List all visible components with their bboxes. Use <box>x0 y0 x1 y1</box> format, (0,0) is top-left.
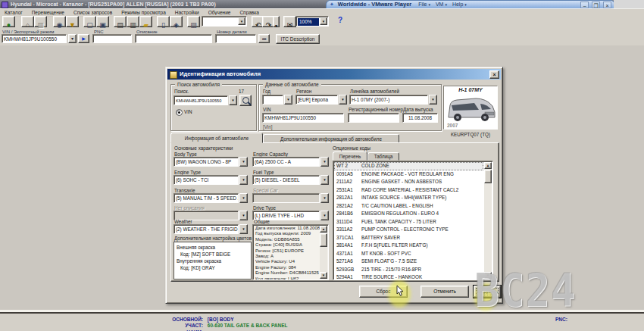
dialog-titlebar[interactable]: Идентификация автомобиля × <box>167 69 501 80</box>
magnifier-button[interactable]: ◉ <box>53 16 66 27</box>
engine-type-select[interactable]: (6) SOHC - TCI <box>174 175 239 185</box>
option-row[interactable]: 371CA1BATTERY SAVER <box>334 234 483 242</box>
home-button[interactable]: ⌂ <box>21 16 34 27</box>
general-info-box[interactable]: Дата изготовления: 11.08.2008Год выпуска… <box>252 224 329 280</box>
print-button[interactable]: ▤ <box>114 16 127 27</box>
region-input[interactable]: [EUR] Европа <box>295 95 338 105</box>
scroll-up-icon[interactable]: ▲ <box>484 162 492 169</box>
zoom-combo[interactable]: 100% ▼ <box>295 16 329 27</box>
option-code: 5271A6 <box>334 258 361 266</box>
redo-dropdown-button[interactable]: ▼ <box>273 16 280 27</box>
help-icon[interactable]: ? <box>338 16 342 24</box>
chevron-down-icon[interactable]: ▼ <box>238 17 245 25</box>
chevron-down-icon[interactable]: ▼ <box>239 193 248 203</box>
option-code: 5293GB <box>334 266 361 274</box>
vmware-menu[interactable]: File ▾ <box>418 2 430 7</box>
close-icon[interactable]: × <box>489 70 499 79</box>
vin-input[interactable]: KMHWH81JP9U100550 <box>2 34 67 43</box>
option-row[interactable]: 2812A1INTAKE SOURCE - MHI(WATER TYPE) <box>334 194 483 202</box>
option-row[interactable]: 3814A1F.F.H S(FUEL FILTER HEAT'G) <box>334 242 483 250</box>
part-number-input[interactable] <box>215 34 256 43</box>
option-row[interactable]: 3311A2PUMP CONTROL - ELECTRONIC TYPE <box>334 226 483 234</box>
vmware-menu[interactable]: Help ▾ <box>452 2 467 7</box>
option-row[interactable]: 5293GB215 TIRE - 215/70 R16-8PR <box>334 266 483 274</box>
option-row[interactable]: WT 2COLD ZONE <box>334 162 483 170</box>
go-icon[interactable]: ▶ <box>78 34 89 43</box>
special-car-select <box>252 193 320 203</box>
option-row[interactable]: 2821A2T/C CAUTION LABEL - ENGLISH <box>334 202 483 211</box>
chevron-down-icon: ▼ <box>239 211 248 220</box>
scroll-down-icon[interactable]: ▼ <box>320 272 327 279</box>
option-row[interactable]: 0091A5ENGINE PACKAGE - VGT REGULAR ENG <box>334 170 483 179</box>
option-code: 2841B6 <box>334 210 361 218</box>
chevron-down-icon[interactable]: ▼ <box>239 224 248 234</box>
option-codes-list[interactable]: WT 2COLD ZONE0091A5ENGINE PACKAGE - VGT … <box>333 161 493 280</box>
option-row[interactable]: 5271A6SEMI FLOAT'G - 7.5 SIZE <box>334 258 483 266</box>
chevron-down-icon[interactable]: ▼ <box>320 17 327 25</box>
general-info-line: Engine Number: D4CB8411525 <box>253 270 328 276</box>
chevron-down-icon[interactable]: ▼ <box>320 157 329 167</box>
document-button[interactable]: ▯ <box>157 16 170 27</box>
close-button[interactable]: × <box>603 2 611 8</box>
body-type-select[interactable]: (BW) WAGON LONG - 8P <box>174 157 239 167</box>
chevron-down-icon[interactable]: ▼ <box>429 95 437 105</box>
comment-button[interactable]: ✉ <box>283 16 296 27</box>
option-row[interactable]: 2531A1RAD CORE MATERIAL - RESISTANT CACL… <box>334 186 483 195</box>
transaxle-select[interactable]: (5) MANUAL T/M - 5 SPEED 2WD <box>174 193 239 203</box>
year-input[interactable] <box>262 95 283 105</box>
vmware-menu[interactable]: VM ▾ <box>436 2 447 7</box>
option-row[interactable]: 3111D4FUEL TANK CAPACITY - 75 LITER <box>334 218 483 226</box>
chevron-down-icon[interactable]: ▼ <box>284 95 292 105</box>
tab-vehicle-info[interactable]: Информация об автомобиле <box>170 133 263 143</box>
binoculars-icon[interactable]: ∞ <box>258 34 270 43</box>
scrollbar[interactable]: ▲ ▼ <box>484 162 492 279</box>
tab-option-table[interactable]: Таблица <box>367 152 399 161</box>
release-date-input[interactable]: 11.08.2008 <box>402 113 438 123</box>
scroll-thumb[interactable] <box>484 170 492 183</box>
exterior-paint-code: Код: [MZ] SOFT BEIGE <box>174 251 251 258</box>
minimize-button[interactable]: – <box>580 2 589 8</box>
description-input[interactable] <box>135 34 212 43</box>
filter-button[interactable]: ▼ <box>66 16 79 27</box>
vehicle-search-button[interactable]: ● <box>2 16 15 27</box>
option-row[interactable]: 2841B6EMISSION REGULATION - EURO 4 <box>334 210 483 218</box>
panel-button[interactable]: ▨ <box>187 16 200 27</box>
scroll-up-icon[interactable]: ▲ <box>320 226 327 233</box>
chevron-down-icon[interactable]: ▼ <box>239 157 248 167</box>
option-code: 2812A1 <box>334 194 361 202</box>
line-input[interactable]: H-1 07MY (2007-) <box>349 95 428 105</box>
chevron-down-icon[interactable]: ▼ <box>239 175 248 185</box>
option-row[interactable]: 5294A1TIRE SOURCE - HANKOOK <box>334 273 483 280</box>
chevron-down-icon: ▾ <box>428 2 430 7</box>
chevron-down-icon[interactable]: ▼ <box>320 175 329 185</box>
vin-radio[interactable] <box>176 109 183 116</box>
search-button[interactable] <box>239 95 252 106</box>
vin-field-input[interactable]: KMHWH81JP9U100550 <box>262 113 344 123</box>
chevron-down-icon[interactable]: ▼ <box>339 95 347 105</box>
search-input[interactable]: KMHWH81JP9U100550 <box>174 95 228 105</box>
search-label: Поиск. <box>174 89 189 94</box>
monitor-button[interactable]: ▣ <box>96 16 109 27</box>
option-row[interactable]: 4371A1MT KNOB - SOFT PVC <box>334 250 483 258</box>
quick-select-combo[interactable]: ▼ <box>202 16 247 27</box>
registration-input[interactable] <box>348 113 399 123</box>
fuel-type-select[interactable]: (5) DIESEL - DIESEL <box>252 175 320 185</box>
tab-option-list[interactable]: Перечень <box>333 151 367 161</box>
scroll-thumb[interactable] <box>320 233 327 247</box>
chevron-down-icon[interactable]: ▼ <box>229 95 237 105</box>
chevron-down-icon[interactable]: ▼ <box>320 211 329 220</box>
maximize-button[interactable]: ❒ <box>592 2 600 8</box>
folder-button[interactable]: ▰ <box>139 16 152 27</box>
scrollbar[interactable]: ▲ ▼ <box>320 226 327 279</box>
itc-description-button[interactable]: ITC Description <box>276 34 320 44</box>
engine-capacity-select[interactable]: (6A) 2500 CC - A <box>252 157 320 167</box>
document-search-button[interactable]: ◈ <box>170 16 183 27</box>
window-button[interactable]: ▢ <box>83 16 96 27</box>
option-row[interactable]: 2111A2ENGINE GASKET - NON ASBESTOS <box>334 178 483 186</box>
weather-select[interactable]: (2) WEATHER - THE FRIGID ZONE <box>174 224 239 234</box>
cancel-button[interactable]: Отменить <box>420 286 469 298</box>
print-preview-button[interactable]: ▥ <box>127 16 139 27</box>
colors-group-title: Дополнительная настройка цветов <box>174 236 252 241</box>
pnc-input[interactable] <box>92 34 132 43</box>
vin-dropdown-icon[interactable]: ▾ <box>68 34 77 43</box>
